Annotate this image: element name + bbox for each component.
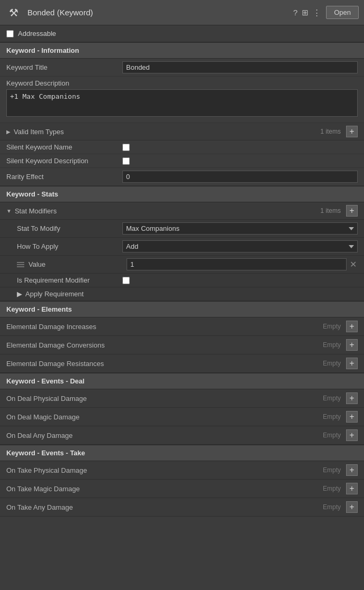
stat-to-modify-label: Stat To Modify [17, 224, 122, 232]
rarity-effect-label: Rarity Effect [6, 173, 122, 181]
stat-to-modify-row: Stat To Modify Max Companions [0, 220, 364, 238]
value-label: Value [28, 260, 127, 268]
keyword-desc-label: Keyword Description [0, 77, 364, 88]
header: ⚒ Bonded (Keyword) ? ⊞ ⋮ Open [0, 0, 364, 25]
keyword-title-label: Keyword Title [6, 63, 122, 71]
window-title: Bonded (Keyword) [27, 8, 293, 17]
on-deal-physical-damage-label: On Deal Physical Damage [6, 395, 323, 402]
axe-icon: ⚒ [9, 6, 18, 19]
keyword-title-input[interactable] [122, 61, 358, 73]
section-keyword-information: Keyword - Information [0, 42, 364, 59]
on-take-physical-damage-label: On Take Physical Damage [6, 466, 323, 474]
section-keyword-stats: Keyword - Stats [0, 186, 364, 202]
apply-req-chevron: ▶ [17, 290, 22, 298]
addressable-label: Addressable [18, 30, 56, 38]
elemental-damage-resistances-row: Elemental Damage Resistances Empty + [0, 354, 364, 373]
silent-keyword-desc-checkbox[interactable] [122, 157, 130, 165]
how-to-apply-row: How To Apply Add [0, 238, 364, 256]
elemental-damage-conversions-row: Elemental Damage Conversions Empty + [0, 336, 364, 354]
on-deal-any-damage-label: On Deal Any Damage [6, 432, 323, 439]
layout-icon[interactable]: ⊞ [302, 8, 309, 17]
elemental-damage-conversions-label: Elemental Damage Conversions [6, 341, 323, 349]
elemental-damage-resistances-label: Elemental Damage Resistances [6, 360, 323, 368]
open-button[interactable]: Open [326, 6, 359, 19]
on-deal-any-damage-status: Empty [323, 432, 341, 439]
on-deal-magic-damage-add-btn[interactable]: + [346, 411, 358, 423]
elemental-damage-increases-row: Elemental Damage Increases Empty + [0, 317, 364, 336]
silent-keyword-name-row: Silent Keyword Name [0, 141, 364, 154]
on-take-any-damage-label: On Take Any Damage [6, 503, 323, 511]
elemental-damage-increases-status: Empty [323, 323, 341, 330]
on-deal-magic-damage-status: Empty [323, 413, 341, 420]
how-to-apply-label: How To Apply [17, 242, 122, 250]
valid-item-types-count: 1 items [320, 128, 341, 135]
keyword-desc-textarea[interactable]: +1 Max Companions [6, 89, 358, 117]
apply-req-row[interactable]: ▶ Apply Requirement [0, 287, 364, 301]
valid-item-types-row[interactable]: ▶ Valid Item Types 1 items + [0, 123, 364, 141]
stat-to-modify-select[interactable]: Max Companions [122, 222, 358, 235]
on-deal-physical-damage-add-btn[interactable]: + [346, 392, 358, 404]
stat-modifiers-add-btn[interactable]: + [346, 205, 358, 217]
header-icon: ⚒ [5, 4, 22, 21]
on-deal-any-damage-row: On Deal Any Damage Empty + [0, 426, 364, 445]
is-req-modifier-label: Is Requirement Modifier [17, 276, 122, 284]
silent-keyword-desc-label: Silent Keyword Description [6, 157, 122, 165]
on-deal-any-damage-add-btn[interactable]: + [346, 429, 358, 441]
stat-modifiers-label: Stat Modifiers [15, 207, 320, 215]
section-keyword-events-deal: Keyword - Events - Deal [0, 373, 364, 389]
help-icon[interactable]: ? [293, 8, 298, 17]
section-keyword-events-take: Keyword - Events - Take [0, 445, 364, 461]
value-input-wrap: ✕ [127, 258, 358, 270]
how-to-apply-select[interactable]: Add [122, 240, 358, 252]
is-req-modifier-row: Is Requirement Modifier [0, 274, 364, 287]
header-icons: ? ⊞ ⋮ [293, 8, 321, 17]
value-input[interactable] [127, 258, 347, 270]
stat-modifiers-arrow: ▼ [6, 208, 12, 214]
rarity-effect-input[interactable] [122, 171, 358, 183]
silent-keyword-desc-row: Silent Keyword Description [0, 154, 364, 168]
on-take-magic-damage-row: On Take Magic Damage Empty + [0, 480, 364, 498]
keyword-title-row: Keyword Title [0, 59, 364, 77]
addressable-checkbox[interactable] [6, 30, 14, 38]
on-take-magic-damage-label: On Take Magic Damage [6, 485, 323, 493]
on-take-magic-damage-status: Empty [323, 485, 341, 492]
apply-req-arrow[interactable]: ▶ Apply Requirement [17, 290, 84, 298]
on-deal-physical-damage-status: Empty [323, 395, 341, 402]
on-take-physical-damage-status: Empty [323, 466, 341, 474]
menu-icon[interactable]: ⋮ [313, 8, 321, 17]
on-take-any-damage-add-btn[interactable]: + [346, 501, 358, 513]
on-take-magic-damage-add-btn[interactable]: + [346, 483, 358, 494]
value-clear-btn[interactable]: ✕ [349, 259, 358, 269]
rarity-effect-row: Rarity Effect [0, 168, 364, 186]
section-keyword-elements: Keyword - Elements [0, 301, 364, 317]
apply-req-label: Apply Requirement [25, 290, 84, 298]
on-take-physical-damage-row: On Take Physical Damage Empty + [0, 461, 364, 480]
on-deal-physical-damage-row: On Deal Physical Damage Empty + [0, 389, 364, 408]
elemental-damage-conversions-add-btn[interactable]: + [346, 339, 358, 351]
elemental-damage-increases-add-btn[interactable]: + [346, 321, 358, 332]
drag-handle[interactable] [17, 262, 24, 267]
silent-keyword-name-checkbox[interactable] [122, 144, 130, 151]
on-take-any-damage-row: On Take Any Damage Empty + [0, 498, 364, 517]
valid-item-types-label: Valid Item Types [14, 128, 320, 136]
stat-modifiers-count: 1 items [320, 207, 341, 214]
on-deal-magic-damage-label: On Deal Magic Damage [6, 413, 323, 421]
elemental-damage-resistances-add-btn[interactable]: + [346, 358, 358, 369]
valid-item-types-arrow: ▶ [6, 129, 11, 135]
on-deal-magic-damage-row: On Deal Magic Damage Empty + [0, 408, 364, 426]
on-take-any-damage-status: Empty [323, 503, 341, 511]
elemental-damage-increases-label: Elemental Damage Increases [6, 323, 323, 331]
value-row: Value ✕ [0, 256, 364, 274]
on-take-physical-damage-add-btn[interactable]: + [346, 464, 358, 476]
elemental-damage-resistances-status: Empty [323, 360, 341, 367]
addressable-row: Addressable [0, 25, 364, 42]
valid-item-types-add-btn[interactable]: + [346, 126, 358, 137]
is-req-modifier-checkbox[interactable] [122, 277, 130, 284]
keyword-desc-wrap: +1 Max Companions [0, 88, 364, 123]
elemental-damage-conversions-status: Empty [323, 341, 341, 349]
silent-keyword-name-label: Silent Keyword Name [6, 143, 122, 151]
stat-modifiers-header[interactable]: ▼ Stat Modifiers 1 items + [0, 202, 364, 220]
